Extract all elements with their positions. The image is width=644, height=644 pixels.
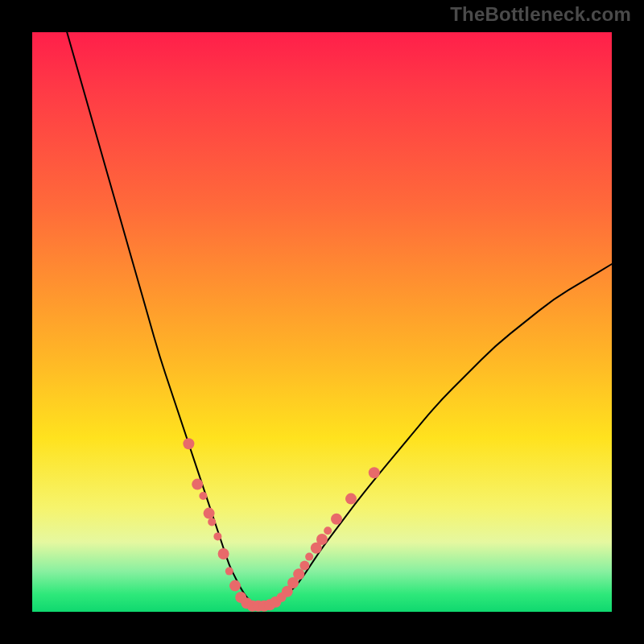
data-marker bbox=[324, 526, 332, 535]
data-marker bbox=[199, 492, 207, 500]
attribution-label: TheBottleneck.com bbox=[450, 3, 631, 26]
data-marker bbox=[369, 467, 380, 478]
data-marker bbox=[345, 493, 357, 505]
data-marker bbox=[218, 548, 229, 559]
data-marker bbox=[183, 438, 194, 449]
data-marker bbox=[293, 568, 304, 580]
data-marker bbox=[331, 514, 342, 525]
curve-overlay bbox=[32, 32, 612, 612]
chart-stage: TheBottleneck.com bbox=[0, 0, 644, 644]
data-marker bbox=[225, 568, 233, 576]
data-marker bbox=[316, 534, 328, 545]
marker-group bbox=[183, 438, 379, 612]
data-marker bbox=[204, 508, 215, 519]
data-marker bbox=[299, 560, 309, 570]
data-marker bbox=[229, 580, 241, 592]
data-marker bbox=[208, 518, 216, 526]
data-marker bbox=[192, 479, 203, 490]
data-marker bbox=[305, 553, 313, 561]
data-marker bbox=[213, 532, 221, 540]
